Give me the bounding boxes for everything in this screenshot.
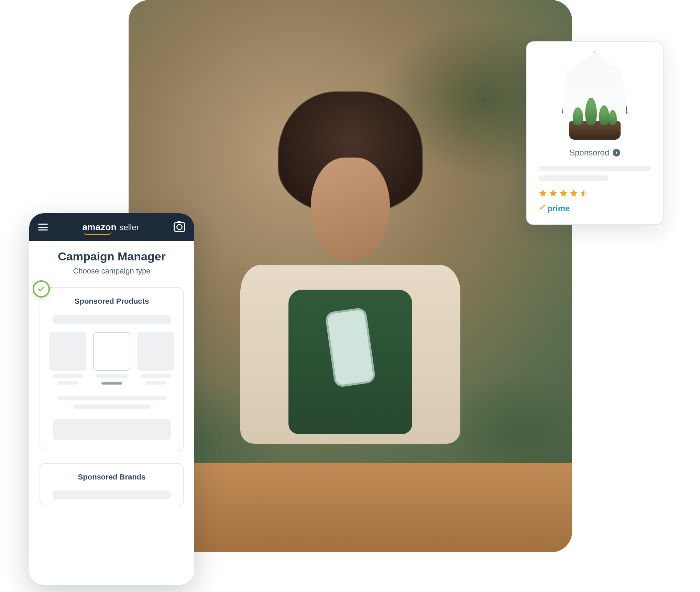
placeholder-line (53, 315, 171, 324)
page-subtitle: Choose campaign type (40, 267, 184, 276)
app-header: amazon seller (29, 213, 194, 241)
composition: Sponsored i (0, 0, 700, 592)
star-half-icon (580, 189, 589, 197)
info-icon[interactable]: i (613, 149, 620, 157)
prime-label: prime (547, 204, 570, 213)
brand-sub: seller (119, 223, 139, 232)
seller-app-mock: amazon seller Campaign Manager Choose ca… (29, 213, 194, 585)
camera-icon[interactable] (174, 222, 185, 232)
cta-placeholder[interactable] (53, 419, 171, 440)
star-icon (549, 189, 558, 197)
placeholder-line (53, 491, 171, 499)
prime-badge: prime (538, 204, 570, 213)
star-icon (559, 189, 568, 197)
brand-logo: amazon seller (82, 222, 139, 233)
star-icon (569, 189, 578, 197)
thumbnail[interactable] (49, 332, 86, 385)
page-title: Campaign Manager (40, 250, 184, 263)
option-title: Sponsored Brands (49, 473, 174, 482)
sponsored-product-card[interactable]: Sponsored i (526, 41, 664, 225)
check-icon (33, 280, 50, 298)
hero-photo (129, 0, 572, 552)
placeholder-paragraph (49, 396, 174, 409)
brand-main: amazon (82, 222, 117, 233)
sponsored-label-row: Sponsored i (569, 148, 620, 158)
product-thumbnails (49, 332, 174, 385)
star-icon (538, 189, 547, 197)
thumbnail[interactable] (137, 332, 174, 385)
hamburger-icon[interactable] (38, 224, 48, 230)
sponsored-label: Sponsored (569, 148, 609, 158)
campaign-option-sponsored-brands[interactable]: Sponsored Brands (40, 463, 184, 506)
person-illustration (220, 58, 481, 471)
product-image (560, 52, 629, 142)
thumbnail-selected[interactable] (93, 332, 130, 385)
option-title: Sponsored Products (49, 297, 174, 306)
star-rating (538, 189, 589, 197)
campaign-option-sponsored-products[interactable]: Sponsored Products (40, 287, 184, 451)
placeholder-line (538, 175, 608, 181)
placeholder-line (538, 166, 651, 171)
app-body: Campaign Manager Choose campaign type Sp… (29, 241, 194, 585)
prime-check-icon (538, 205, 546, 212)
